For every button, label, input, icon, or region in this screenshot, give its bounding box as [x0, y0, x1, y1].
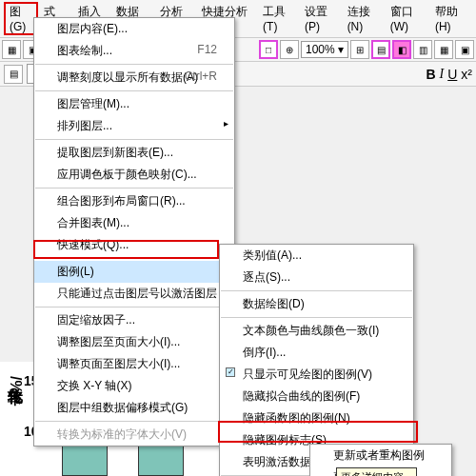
menu-item[interactable]: 转换为标准的字体大小(V)	[34, 424, 234, 446]
menu-item[interactable]: 倒序(I)...	[220, 342, 413, 364]
menu-help[interactable]: 帮助(H)	[429, 2, 472, 35]
menu-item[interactable]: 图层管理(M)...	[34, 93, 234, 115]
menu-item[interactable]: 类别值(A)...	[220, 245, 413, 267]
menu-item[interactable]: 只能通过点击图层号以激活图层	[34, 283, 234, 305]
menu-window[interactable]: 窗口(W)	[385, 2, 429, 35]
graph-menu: 图层内容(E)...图表绘制...F12调整刻度以显示所有数据(A)Ctrl+R…	[33, 17, 235, 446]
menu-item[interactable]: 隐藏函数图的图例(N)	[220, 407, 413, 429]
tool-icon[interactable]: ⊞	[350, 40, 369, 59]
menu-item[interactable]: 图表绘制...F12	[34, 40, 234, 62]
menu-item[interactable]: 交换 X-Y 轴(X)	[34, 375, 234, 397]
underline-btn[interactable]: U	[447, 67, 457, 82]
menu-item[interactable]: 固定缩放因子...	[34, 309, 234, 331]
menu-tools[interactable]: 工具(T)	[257, 2, 299, 35]
italic-btn[interactable]: I	[440, 67, 445, 82]
menu-setup[interactable]: 设置(P)	[299, 2, 342, 35]
menu-item[interactable]: 图层中组数据偏移模式(G)	[34, 397, 234, 419]
menu-item[interactable]: 文本颜色与曲线颜色一致(I)	[220, 320, 413, 342]
menu-item[interactable]: 图例(L)	[34, 261, 234, 283]
menu-item[interactable]: 快速模式(Q)...	[34, 234, 234, 256]
tool-icon[interactable]: □	[259, 40, 278, 59]
menu-item[interactable]: 合并图表(M)...	[34, 212, 234, 234]
menu-item[interactable]: 组合图形到布局窗口(R)...	[34, 190, 234, 212]
menu-item[interactable]: 排列图层...	[34, 115, 234, 137]
legend-submenu: 类别值(A)...逐点(S)...数据绘图(D)文本颜色与曲线颜色一致(I)倒序…	[219, 244, 414, 476]
menu-item[interactable]: 隐藏拟合曲线的图例(F)	[220, 386, 413, 407]
tool-icon[interactable]: ⊕	[280, 40, 299, 59]
menu-item[interactable]: 只显示可见绘图的图例(V)✓	[220, 364, 413, 386]
tool-icon[interactable]: ▦	[434, 40, 453, 59]
menu-item[interactable]: 应用调色板于颜色映射(C)...	[34, 164, 234, 186]
tool-icon[interactable]: ▤	[371, 40, 390, 59]
menu-item[interactable]: 调整页面至图层大小(I)...	[34, 353, 234, 375]
tool-icon[interactable]: ◧	[392, 40, 411, 59]
menu-item[interactable]: 调整刻度以显示所有数据(A)Ctrl+R	[34, 67, 234, 89]
menu-item[interactable]: 调整图层至页面大小(I)...	[34, 331, 234, 353]
bold-btn[interactable]: B	[426, 67, 435, 82]
tool-icon[interactable]: ▤	[4, 65, 23, 84]
tooltip: 更多详细内容...	[336, 467, 417, 476]
sup-btn[interactable]: x²	[461, 67, 472, 82]
menu-item[interactable]: 逐点(S)...	[220, 267, 413, 288]
tool-icon[interactable]: ▥	[413, 40, 432, 59]
tool-icon[interactable]: ▦	[2, 40, 21, 59]
menu-item[interactable]: 提取图层到新图表(E)...	[34, 142, 234, 164]
menu-item[interactable]: 数据绘图(D)	[220, 293, 413, 315]
menu-connect[interactable]: 连接(N)	[342, 2, 385, 35]
y-axis-label: 转化率/%	[5, 376, 25, 394]
tool-icon[interactable]: ▣	[455, 40, 474, 59]
menu-item[interactable]: 更新或者重构图例	[310, 445, 451, 466]
menu-item[interactable]: 图层内容(E)...	[34, 18, 234, 40]
zoom-box[interactable]: 100% ▾	[301, 41, 348, 58]
